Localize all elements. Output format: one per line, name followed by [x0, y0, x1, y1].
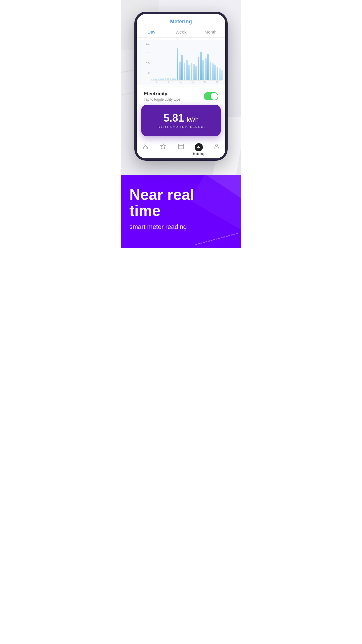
nav-item-metering[interactable]: Metering	[190, 143, 208, 155]
nav-item-profile[interactable]	[208, 143, 225, 155]
tab-week[interactable]: Week	[166, 27, 196, 37]
bar	[217, 67, 218, 80]
bar	[160, 78, 162, 80]
network-icon	[142, 143, 149, 151]
bar	[188, 65, 190, 80]
tab-month[interactable]: Month	[196, 27, 225, 37]
bar	[221, 70, 223, 80]
electricity-toggle[interactable]	[204, 92, 218, 100]
bar	[219, 68, 221, 80]
svg-point-0	[145, 144, 146, 145]
bar	[172, 78, 174, 80]
svg-point-1	[143, 147, 145, 149]
total-card-wrapper: 5.81 kWh TOTAL FOR THIS PERIOD	[137, 105, 225, 141]
metering-nav-label: Metering	[193, 152, 204, 155]
bar	[202, 60, 204, 80]
nav-item-dashboard[interactable]	[172, 143, 190, 155]
bar	[165, 78, 166, 80]
bar	[200, 52, 202, 80]
bar	[170, 78, 171, 80]
bar-chart: 1.1 1 0.5 0	[139, 42, 223, 80]
bar	[174, 78, 176, 80]
total-card: 5.81 kWh TOTAL FOR THIS PERIOD	[141, 105, 221, 136]
dashed-decoration	[195, 233, 238, 245]
bar	[214, 65, 216, 80]
bar	[184, 63, 185, 80]
bar	[151, 79, 152, 80]
bar	[162, 78, 164, 80]
bars-container	[151, 48, 223, 80]
bar	[210, 62, 211, 80]
total-label: TOTAL FOR THIS PERIOD	[151, 125, 211, 129]
star-icon	[160, 143, 166, 151]
building-icon	[178, 143, 184, 151]
chart-area: 1.1 1 0.5 0 4 8	[137, 40, 225, 85]
y-axis-labels: 1.1 1 0.5 0	[139, 42, 151, 74]
bar	[179, 62, 181, 80]
svg-point-2	[147, 147, 148, 149]
electricity-card[interactable]: Electricity Tap to toggle utility type	[139, 87, 223, 106]
bar	[158, 79, 159, 80]
svg-line-4	[145, 145, 147, 147]
hero-subheading: smart meter reading	[129, 223, 233, 231]
svg-line-3	[144, 145, 146, 147]
bar	[167, 78, 169, 80]
metering-icon-circle	[195, 143, 203, 151]
purple-hero-section: Near real time smart meter reading	[121, 175, 241, 248]
tab-day[interactable]: Day	[137, 27, 166, 37]
x-axis-labels: 4 8 12 16 20 24	[139, 80, 223, 85]
toggle-knob	[211, 93, 218, 100]
nav-item-home[interactable]	[137, 143, 154, 155]
app-header: Metering ···	[137, 14, 225, 27]
bar	[155, 79, 157, 80]
bar	[207, 54, 209, 80]
bottom-navigation: Metering	[137, 141, 225, 158]
bar	[212, 63, 214, 80]
profile-icon	[213, 143, 220, 151]
svg-point-9	[215, 144, 217, 146]
bar	[193, 64, 195, 80]
total-value: 5.81 kWh	[151, 112, 211, 124]
bar	[195, 66, 197, 80]
bar	[177, 48, 178, 80]
svg-rect-6	[179, 144, 184, 149]
svg-marker-5	[161, 144, 166, 149]
bar	[186, 60, 188, 80]
more-options-button[interactable]: ···	[213, 19, 219, 25]
phone-mockup: Metering ··· Day Week Month	[134, 12, 228, 161]
electricity-subtitle: Tap to toggle utility type	[144, 97, 180, 102]
bar	[181, 55, 183, 80]
nav-item-favorites[interactable]	[154, 143, 172, 155]
app-title: Metering	[170, 19, 192, 25]
electricity-info: Electricity Tap to toggle utility type	[144, 91, 180, 102]
bar	[153, 79, 155, 80]
tabs-container: Day Week Month	[137, 27, 225, 38]
electricity-title: Electricity	[144, 91, 180, 97]
bar	[191, 63, 192, 80]
bar	[205, 58, 206, 80]
bar	[198, 57, 199, 80]
